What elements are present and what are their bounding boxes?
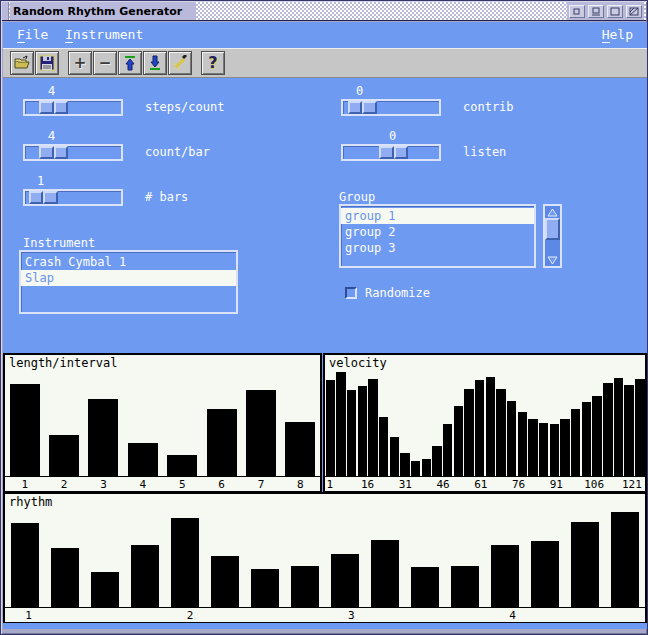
listen-slider[interactable]	[341, 144, 441, 161]
bar[interactable]	[44, 355, 83, 476]
move-up-button[interactable]	[118, 51, 142, 75]
bar[interactable]	[538, 355, 549, 476]
bar[interactable]	[5, 355, 44, 476]
bar[interactable]	[517, 355, 528, 476]
help-button[interactable]: ?	[201, 51, 225, 75]
scroll-down-button[interactable]	[545, 254, 560, 266]
bar[interactable]	[581, 355, 592, 476]
bar[interactable]	[202, 355, 241, 476]
menu-help[interactable]: Help	[602, 27, 633, 43]
bar[interactable]	[165, 494, 205, 607]
bar[interactable]	[410, 355, 421, 476]
randomize-checkbox[interactable]	[345, 287, 357, 299]
bar[interactable]	[634, 355, 645, 476]
bar[interactable]	[549, 355, 560, 476]
save-button[interactable]	[35, 51, 59, 75]
window-menu-button[interactable]	[569, 5, 585, 18]
titlebar[interactable]: Random Rhythm Generator	[2, 2, 646, 21]
bar[interactable]	[560, 355, 571, 476]
bar[interactable]	[592, 355, 603, 476]
bar[interactable]	[445, 494, 485, 607]
scroll-up-button[interactable]	[545, 206, 560, 218]
bar[interactable]	[624, 355, 635, 476]
bar[interactable]	[325, 355, 336, 476]
bar[interactable]	[205, 494, 245, 607]
bar[interactable]	[125, 494, 165, 607]
bar[interactable]	[285, 494, 325, 607]
bar[interactable]	[123, 355, 162, 476]
menu-file[interactable]: File	[17, 27, 48, 43]
bar[interactable]	[357, 355, 368, 476]
slider-thumb[interactable]	[39, 101, 68, 114]
menu-instrument[interactable]: Instrument	[65, 27, 143, 43]
edit-button[interactable]	[168, 51, 192, 75]
slider-thumb[interactable]	[379, 146, 408, 159]
bar[interactable]	[400, 355, 411, 476]
close-button[interactable]	[626, 5, 642, 18]
bar[interactable]	[613, 355, 624, 476]
scrollbar-thumb[interactable]	[545, 218, 560, 240]
bar[interactable]	[464, 355, 475, 476]
bar[interactable]	[485, 494, 525, 607]
bar[interactable]	[405, 494, 445, 607]
contrib-slider-group: 0 contrib	[341, 84, 441, 118]
bar[interactable]	[5, 494, 45, 607]
move-down-button[interactable]	[143, 51, 167, 75]
list-item[interactable]: group 1	[341, 208, 534, 224]
bar[interactable]	[368, 355, 379, 476]
slider-thumb[interactable]	[348, 101, 377, 114]
bar[interactable]	[336, 355, 347, 476]
list-item[interactable]: Crash Cymbal 1	[21, 254, 236, 270]
group-scrollbar[interactable]	[543, 204, 562, 268]
bar[interactable]	[365, 494, 405, 607]
bar[interactable]	[442, 355, 453, 476]
bar[interactable]	[506, 355, 517, 476]
length-interval-plot[interactable]	[5, 355, 320, 476]
bar[interactable]	[496, 355, 507, 476]
bar[interactable]	[485, 355, 496, 476]
velocity-chart: velocity 1163146617691106121	[323, 353, 647, 492]
list-item[interactable]: group 2	[341, 224, 534, 240]
bar[interactable]	[528, 355, 539, 476]
bar[interactable]	[163, 355, 202, 476]
bar[interactable]	[346, 355, 357, 476]
bar[interactable]	[525, 494, 565, 607]
slider-thumb[interactable]	[29, 191, 58, 204]
list-item[interactable]: group 3	[341, 240, 534, 256]
rhythm-plot[interactable]	[5, 494, 645, 607]
add-button[interactable]: +	[68, 51, 92, 75]
bar[interactable]	[45, 494, 85, 607]
count-bar-slider[interactable]	[23, 144, 123, 161]
menu-box-icon	[573, 7, 581, 15]
iconify-button[interactable]	[588, 5, 604, 18]
contrib-slider[interactable]	[341, 99, 441, 116]
bar[interactable]	[85, 494, 125, 607]
num-bars-slider[interactable]	[23, 189, 123, 206]
bar[interactable]	[245, 494, 285, 607]
group-list[interactable]: group 1group 2group 3	[339, 204, 536, 268]
bar[interactable]	[241, 355, 280, 476]
velocity-plot[interactable]	[325, 355, 645, 476]
bar[interactable]	[570, 355, 581, 476]
list-item[interactable]: Slap	[21, 270, 236, 286]
rhythm-chart: rhythm 1234	[3, 492, 647, 623]
maximize-button[interactable]	[607, 5, 623, 18]
remove-button[interactable]: −	[93, 51, 117, 75]
bar[interactable]	[565, 494, 605, 607]
steps-count-slider[interactable]	[23, 99, 123, 116]
bar[interactable]	[378, 355, 389, 476]
bar[interactable]	[325, 494, 365, 607]
toolbar: + −	[3, 48, 647, 78]
bar[interactable]	[84, 355, 123, 476]
bar[interactable]	[453, 355, 464, 476]
bar[interactable]	[474, 355, 485, 476]
bar[interactable]	[602, 355, 613, 476]
bar[interactable]	[605, 494, 645, 607]
bar[interactable]	[432, 355, 443, 476]
slider-thumb[interactable]	[39, 146, 68, 159]
instrument-list[interactable]: Crash Cymbal 1Slap	[19, 250, 238, 314]
bar[interactable]	[389, 355, 400, 476]
open-button[interactable]	[10, 51, 34, 75]
bar[interactable]	[421, 355, 432, 476]
bar[interactable]	[281, 355, 320, 476]
